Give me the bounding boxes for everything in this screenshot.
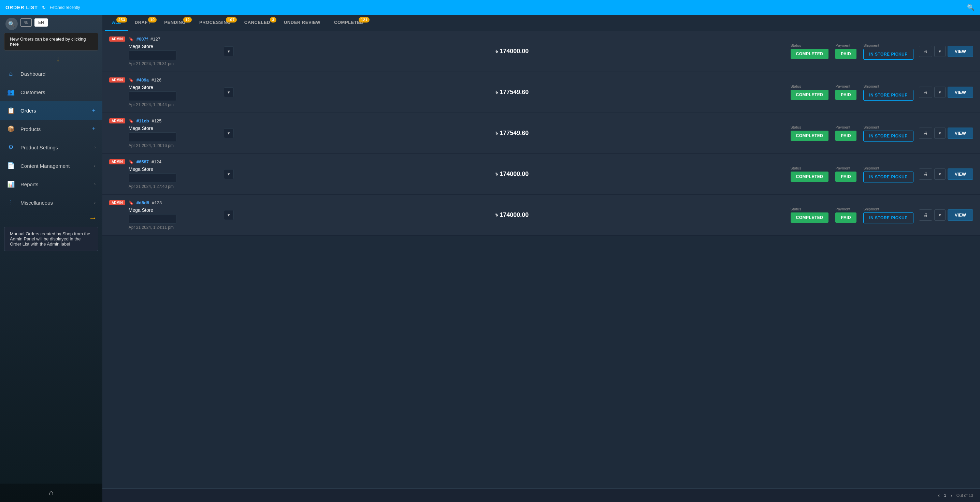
- chevron-down-icon: ▾: [228, 90, 230, 95]
- sidebar-item-product-settings[interactable]: ⚙Product Settings›: [0, 138, 102, 157]
- actions-dropdown-button[interactable]: ▾: [934, 210, 945, 221]
- search-icon: 🔍: [8, 21, 15, 27]
- products-icon: 📦: [7, 125, 15, 133]
- sidebar-item-reports[interactable]: 📊Reports›: [0, 175, 102, 193]
- tab-badge-processing: 107: [226, 17, 237, 22]
- view-order-button[interactable]: VIEW: [948, 87, 973, 98]
- content-management-expand-arrow: ›: [94, 164, 95, 168]
- order-store-input[interactable]: [129, 214, 177, 224]
- order-store-input[interactable]: [129, 51, 177, 60]
- order-hash-id: #11cb: [137, 118, 149, 124]
- order-action-dropdown[interactable]: ▾: [224, 210, 234, 220]
- tab-draft[interactable]: DRAFT10: [128, 15, 158, 31]
- refresh-icon[interactable]: ↻: [42, 5, 46, 10]
- tab-completed[interactable]: COMPLETED121: [327, 15, 370, 31]
- sidebar-item-orders[interactable]: 📋Orders+: [0, 101, 102, 120]
- sidebar-item-customers[interactable]: 👥Customers: [0, 83, 102, 101]
- chevron-down-icon: ▾: [228, 49, 230, 54]
- order-action-dropdown[interactable]: ▾: [224, 46, 234, 56]
- chevron-down-icon: ▾: [939, 130, 941, 136]
- order-store-name: Mega Store: [129, 167, 218, 172]
- printer-icon: 🖨: [923, 90, 928, 95]
- order-action-dropdown[interactable]: ▾: [224, 128, 234, 138]
- miscellaneous-expand-arrow: ›: [94, 200, 95, 205]
- nav-menu: ⌂Dashboard👥Customers📋Orders+📦Products+⚙P…: [0, 65, 102, 212]
- order-date: Apr 21 2024, 1:29:31 pm: [129, 61, 218, 66]
- order-number: #127: [151, 37, 161, 41]
- payment-header-label: Payment: [835, 43, 856, 48]
- shipment-header-label: Shipment: [863, 84, 913, 88]
- tab-under-review[interactable]: UNDER REVIEW: [277, 15, 327, 31]
- shipment-badge: IN STORE PICKUP: [863, 130, 913, 141]
- miscellaneous-icon: ⋮: [7, 199, 15, 207]
- chevron-down-icon: ▾: [228, 213, 230, 218]
- payment-header-label: Payment: [835, 166, 856, 170]
- sidebar: 🔍 বাং EN New Orders can be created by cl…: [0, 15, 102, 502]
- tab-all[interactable]: ALL253: [105, 15, 128, 31]
- print-button[interactable]: 🖨: [919, 127, 932, 139]
- sidebar-item-label-reports: Reports: [21, 181, 89, 187]
- order-number: #125: [152, 118, 162, 124]
- sidebar-item-content-management[interactable]: 📄Content Management›: [0, 157, 102, 175]
- print-button[interactable]: 🖨: [919, 210, 932, 221]
- prev-page-button[interactable]: ‹: [938, 492, 940, 499]
- product-settings-expand-arrow: ›: [94, 145, 95, 150]
- product-settings-icon: ⚙: [7, 144, 15, 151]
- actions-dropdown-button[interactable]: ▾: [934, 46, 945, 57]
- view-order-button[interactable]: VIEW: [948, 46, 973, 57]
- view-order-button[interactable]: VIEW: [948, 210, 973, 221]
- main-content: ALL253DRAFT10PENDING12PROCESSING107CANCE…: [102, 15, 980, 502]
- print-button[interactable]: 🖨: [919, 87, 932, 98]
- lang-bn-button[interactable]: বাং: [21, 18, 32, 27]
- order-store-input[interactable]: [129, 173, 177, 183]
- sidebar-item-dashboard[interactable]: ⌂Dashboard: [0, 65, 102, 83]
- admin-badge: ADMIN: [109, 200, 125, 205]
- order-hash-icon: 🔖: [129, 160, 134, 164]
- chevron-down-icon: ▾: [939, 172, 941, 177]
- tab-pending[interactable]: PENDING12: [157, 15, 192, 31]
- dashboard-icon: ⌂: [7, 70, 15, 78]
- tab-processing[interactable]: PROCESSING107: [192, 15, 237, 31]
- tab-badge-completed: 121: [359, 17, 369, 22]
- products-add-button[interactable]: +: [92, 126, 95, 133]
- page-total: Out of 13: [956, 493, 973, 498]
- sidebar-item-miscellaneous[interactable]: ⋮Miscellaneous›: [0, 193, 102, 212]
- payment-header-label: Payment: [835, 84, 856, 88]
- view-order-button[interactable]: VIEW: [948, 168, 973, 180]
- order-action-dropdown[interactable]: ▾: [224, 169, 234, 179]
- actions-dropdown-button[interactable]: ▾: [934, 127, 945, 139]
- shipment-badge: IN STORE PICKUP: [863, 90, 913, 101]
- printer-icon: 🖨: [923, 172, 928, 177]
- order-list-title: ORDER LIST: [5, 5, 38, 10]
- sidebar-item-products[interactable]: 📦Products+: [0, 120, 102, 138]
- sidebar-item-label-customers: Customers: [21, 89, 95, 95]
- print-button[interactable]: 🖨: [919, 46, 932, 57]
- search-icon[interactable]: 🔍: [967, 4, 975, 11]
- tab-canceled[interactable]: CANCELED3: [237, 15, 277, 31]
- actions-dropdown-button[interactable]: ▾: [934, 87, 945, 98]
- tab-badge-draft: 10: [148, 17, 157, 22]
- sidebar-search-button[interactable]: 🔍: [5, 18, 18, 30]
- order-action-dropdown[interactable]: ▾: [224, 87, 234, 97]
- status-header-label: Status: [791, 166, 829, 170]
- home-icon[interactable]: ⌂: [49, 488, 53, 497]
- orders-add-button[interactable]: +: [92, 107, 95, 114]
- sidebar-item-label-content-management: Content Management: [21, 163, 89, 169]
- shipment-badge: IN STORE PICKUP: [863, 49, 913, 60]
- view-order-button[interactable]: VIEW: [948, 127, 973, 139]
- payment-header-label: Payment: [835, 207, 856, 211]
- actions-dropdown-button[interactable]: ▾: [934, 168, 945, 180]
- order-store-input[interactable]: [129, 91, 177, 101]
- lang-en-button[interactable]: EN: [35, 18, 48, 27]
- order-store-input[interactable]: [129, 132, 177, 142]
- fetched-label: Fetched recently: [50, 5, 80, 10]
- sidebar-bottom: ⌂: [0, 484, 102, 502]
- print-button[interactable]: 🖨: [919, 168, 932, 180]
- order-number: #124: [151, 159, 161, 164]
- reports-icon: 📊: [7, 180, 15, 188]
- sidebar-item-label-miscellaneous: Miscellaneous: [21, 200, 89, 206]
- next-page-button[interactable]: ›: [950, 492, 952, 499]
- sidebar-item-label-products: Products: [21, 126, 86, 132]
- admin-badge: ADMIN: [109, 159, 125, 164]
- table-row: ADMIN🔖#6587#124Mega StoreApr 21 2024, 1:…: [102, 154, 980, 195]
